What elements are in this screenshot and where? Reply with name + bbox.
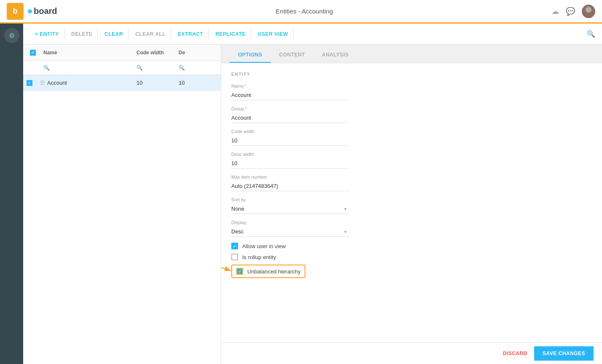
toolbar: + ENTITY DELETE CLEAR CLEAR ALL EXTRACT … [23, 24, 602, 45]
row-desc-cell: 10 [175, 80, 217, 86]
table-row[interactable]: ✓ ☰ Account 10 10 [23, 75, 221, 91]
sort-by-select[interactable]: None Code Description [231, 204, 349, 214]
split-view: ✓ Name Code width De 🔍 🔍 🔍 [23, 45, 602, 364]
max-item-field-group: Max item number [231, 174, 592, 191]
svg-point-1 [583, 13, 594, 18]
clear-all-button[interactable]: CLEAR ALL [130, 29, 171, 40]
logo-name: board [34, 6, 57, 16]
unbalanced-row: ✓ Unbalanced hierarchy [231, 265, 305, 278]
allow-user-view-label: Allow user in view [242, 243, 286, 249]
desc-search-icon: 🔍 [179, 65, 185, 71]
allow-user-view-checkbox[interactable]: ✓ [231, 243, 238, 249]
sidebar-strip: ⚙ [0, 24, 23, 364]
name-field-group: Name * [231, 83, 592, 100]
save-changes-button[interactable]: SAVE CHANGES [534, 346, 594, 361]
header-checkbox[interactable]: ✓ [30, 50, 36, 56]
avatar[interactable] [582, 5, 595, 18]
tab-content[interactable]: CONTENT [271, 48, 314, 63]
add-entity-button[interactable]: + ENTITY [30, 29, 64, 40]
display-field-group: Display Desc Code Code+Desc ▼ [231, 220, 592, 237]
group-input[interactable] [231, 113, 349, 123]
extract-button[interactable]: EXTRACT [173, 29, 209, 40]
sort-by-select-wrap: None Code Description ▼ [231, 204, 349, 214]
display-select[interactable]: Desc Code Code+Desc [231, 227, 349, 236]
tab-analysis[interactable]: ANALYSIS [313, 48, 357, 63]
tabs-bar: OPTIONS CONTENT ANALYSIS [221, 45, 602, 63]
row-code-cell: 10 [133, 80, 175, 86]
col-header-desc: De [175, 50, 217, 56]
code-search-icon: 🔍 [136, 65, 143, 71]
svg-point-0 [586, 7, 591, 13]
replicate-button[interactable]: REPLICATE [210, 29, 251, 40]
top-header: b board Entities - Accounting ☁ 💬 [0, 0, 602, 24]
logo-text: board [28, 6, 57, 16]
code-search-cell: 🔍 [133, 65, 175, 71]
row-name-text: Account [47, 80, 67, 86]
desc-search-cell: 🔍 [175, 65, 217, 71]
discard-button[interactable]: DISCARD [503, 351, 527, 356]
allow-user-view-row: ✓ Allow user in view [231, 243, 592, 249]
table-header: ✓ Name Code width De [23, 45, 221, 61]
unbalanced-hierarchy-checkbox[interactable]: ✓ [236, 268, 243, 275]
is-rollup-row: ✓ Is rollup entity [231, 254, 592, 260]
unbalanced-row-container: ✓ Unbalanced hierarchy [231, 265, 592, 282]
is-rollup-label: Is rollup entity [242, 254, 276, 260]
sort-by-field-group: Sort by None Code Description ▼ [231, 197, 592, 214]
entity-form-panel: OPTIONS CONTENT ANALYSIS ENTITY Name * [221, 45, 602, 364]
group-label: Group * [231, 106, 592, 111]
name-label: Name * [231, 83, 592, 88]
desc-width-field-group: Desc width [231, 152, 592, 169]
bottom-bar: DISCARD SAVE CHANGES [221, 342, 602, 364]
entity-section-label: ENTITY [231, 72, 592, 77]
is-rollup-checkbox[interactable]: ✓ [231, 254, 238, 260]
col-header-name: Name [40, 50, 133, 56]
search-row: 🔍 🔍 🔍 [23, 61, 221, 75]
entity-list-panel: ✓ Name Code width De 🔍 🔍 🔍 [23, 45, 221, 364]
hamburger-icon: ☰ [40, 80, 45, 86]
code-width-field-group: Code width [231, 129, 592, 146]
cloud-icon[interactable]: ☁ [551, 7, 559, 16]
max-item-label: Max item number [231, 174, 592, 179]
unbalanced-hierarchy-label: Unbalanced hierarchy [247, 268, 300, 275]
name-input[interactable] [231, 90, 349, 100]
col-header-check: ✓ [27, 50, 40, 56]
content-area: + ENTITY DELETE CLEAR CLEAR ALL EXTRACT … [23, 24, 602, 364]
row-name-cell: ☰ Account [40, 80, 133, 86]
code-width-input[interactable] [231, 136, 349, 146]
code-width-label: Code width [231, 129, 592, 134]
max-item-input[interactable] [231, 181, 349, 191]
search-icon[interactable]: 🔍 [587, 30, 595, 38]
display-label: Display [231, 220, 592, 225]
chat-icon[interactable]: 💬 [566, 7, 575, 16]
required-star: * [244, 83, 246, 88]
user-view-button[interactable]: USER VIEW [253, 29, 294, 40]
page-title: Entities - Accounting [57, 8, 551, 15]
desc-width-label: Desc width [231, 152, 592, 157]
sort-by-label: Sort by [231, 197, 592, 202]
logo-badge: b [7, 3, 24, 20]
row-checkbox-wrap: ✓ [27, 80, 40, 86]
name-search-icon: 🔍 [43, 65, 50, 71]
display-select-wrap: Desc Code Code+Desc ▼ [231, 227, 349, 237]
col-header-code: Code width [133, 50, 175, 56]
desc-width-input[interactable] [231, 158, 349, 169]
clear-button[interactable]: CLEAR [99, 29, 128, 40]
name-search-cell: 🔍 [40, 65, 133, 71]
main-layout: ⚙ + ENTITY DELETE CLEAR CLEAR ALL EXTRAC… [0, 24, 602, 364]
sidebar-icon-gear[interactable]: ⚙ [4, 28, 19, 43]
logo-circle-icon [28, 9, 32, 13]
header-icons: ☁ 💬 [551, 5, 595, 18]
group-required-star: * [245, 106, 247, 111]
group-field-group: Group * [231, 106, 592, 123]
row-checkbox[interactable]: ✓ [27, 80, 32, 86]
tab-options[interactable]: OPTIONS [230, 48, 271, 63]
delete-button[interactable]: DELETE [66, 29, 98, 40]
entity-options-form: ENTITY Name * Group * [221, 63, 602, 342]
